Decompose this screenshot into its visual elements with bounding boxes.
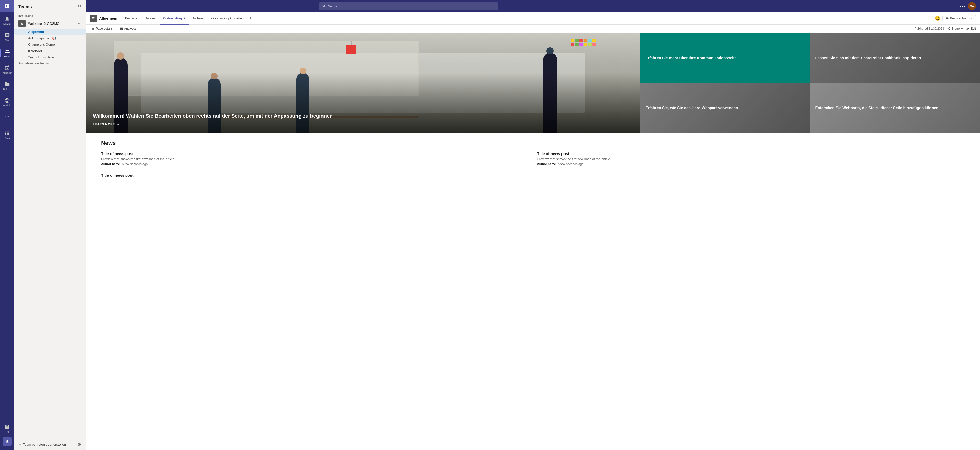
hero-tile-bottom-right[interactable]: Entdecken Sie Webparts, die Sie zu diese… [810,83,980,132]
settings-icon [91,27,95,30]
teams-panel-footer: + Team beitreten oder erstellen ⚙ [14,439,86,450]
hero-tile-top-left-text: Erfahren Sie mehr über Ihre Kommunikatio… [645,55,737,60]
team-welcome-cosmo[interactable]: W Welcome @ COSMO ··· [14,18,86,29]
sidebar-item-activity-label: Aktivität [3,22,11,25]
hero-tile-top-left[interactable]: Erfahren Sie mehr über Ihre Kommunikatio… [640,33,810,83]
video-icon [945,17,949,20]
chevron-down-icon: ▼ [183,17,186,20]
besprechung-button[interactable]: Besprechung ▼ [942,15,976,21]
filter-icon[interactable]: ☷ [77,4,81,10]
channel-ankuendigungen[interactable]: Ankündigungen 📢 [14,35,86,41]
learn-more-label: LEARN MORE [93,122,115,126]
tab-onboarding-aufgaben[interactable]: Onboarding Aufgaben [208,12,247,24]
sidebar-item-admin-label: Admini... [3,104,11,107]
content-section: News Title of news post Preview that sho… [86,132,980,450]
page-details-button[interactable]: Page details [90,26,114,31]
news-item-2-author: Author name A few seconds ago [537,162,965,166]
analytics-button[interactable]: Analytics [118,26,138,31]
channel-header-right: 😀 Besprechung ▼ [935,15,976,21]
sidebar-item-calendar-label: Kalender [3,72,12,74]
join-team-label: Team beitreten oder erstellen [23,443,66,447]
channel-champions-corner[interactable]: Champions Corner [14,41,86,48]
teams-panel-body: Ihre Teams W Welcome @ COSMO ··· Allgeme… [14,12,86,439]
channel-avatar: W [90,15,97,22]
share-button[interactable]: Share ▼ [947,27,963,30]
teams-panel-header: Teams ☷ [14,0,86,12]
news-item-3[interactable]: Title of news post [101,173,965,178]
sidebar-item-admin[interactable]: Admini... [0,94,14,110]
teams-panel: Teams ☷ Ihre Teams W Welcome @ COSMO ···… [14,0,86,450]
share-icon [947,27,950,30]
emoji-reaction-icon[interactable]: 😀 [935,16,940,21]
settings-icon[interactable]: ⚙ [77,442,81,447]
news-item-1-title: Title of news post [101,151,529,156]
channel-tabs: Beiträge Dateien Onboarding ▼ Notizen On… [121,12,935,24]
team-avatar: W [18,20,25,27]
edit-icon [966,27,969,30]
sidebar-item-files[interactable]: Dateien [0,78,14,94]
hidden-teams-label[interactable]: Ausgeblendete Teams [14,60,86,66]
tab-onboarding[interactable]: Onboarding ▼ [159,12,189,24]
edit-button[interactable]: Edit [966,27,976,30]
main-content: ··· MA W Allgemein Beiträge Dateien Onbo… [86,0,980,450]
share-label: Share [951,27,959,30]
besprechung-label: Besprechung [950,16,969,20]
team-more-icon[interactable]: ··· [78,21,81,26]
topbar: ··· MA [86,0,980,12]
sidebar-item-more-label: ··· [6,121,8,123]
news-section-title: News [101,140,965,146]
news-item-3-title: Title of news post [101,173,965,178]
hero-tile-top-right-text: Lassen Sie sich mit dem SharePoint Lookb… [815,55,921,60]
channel-allgemein[interactable]: Allgemein [14,29,86,35]
channel-title: Allgemein [99,16,118,21]
sidebar-item-chat[interactable]: Chat [0,29,14,45]
search-input[interactable] [328,4,495,8]
sub-header-right: Published 11/30/2023 Share ▼ Edit [915,27,976,30]
hero-main-text: Willkommen! Wählen Sie Bearbeiten oben r… [93,113,633,126]
tab-dateien[interactable]: Dateien [141,12,159,24]
sidebar-item-calendar[interactable]: Kalender [0,61,14,78]
app-logo [0,0,14,12]
sidebar-item-activity[interactable]: Aktivität [0,12,14,29]
tab-add-icon[interactable]: + [247,16,254,21]
learn-more-button[interactable]: LEARN MORE → [93,122,119,126]
team-name: Welcome @ COSMO [28,22,76,25]
join-team-button[interactable]: + Team beitreten oder erstellen [18,442,75,447]
search-bar[interactable] [319,2,498,10]
channel-team-formulare[interactable]: Team Formulare [14,54,86,60]
tab-beitraege[interactable]: Beiträge [121,12,141,24]
download-button[interactable] [3,437,12,446]
user-avatar[interactable]: MA [968,2,976,10]
hero-tile-bottom-right-text: Entdecken Sie Webparts, die Sie zu diese… [815,105,939,110]
topbar-right: ··· MA [960,2,976,10]
channel-kalender[interactable]: Kalender [14,48,86,54]
page-details-label: Page details [96,27,113,30]
edit-label: Edit [970,27,976,30]
channel-header: W Allgemein Beiträge Dateien Onboarding … [86,12,980,24]
sidebar-item-help[interactable]: Hilfe [0,420,14,437]
tab-notizen[interactable]: Notizen [189,12,208,24]
hero-tile-top-right[interactable]: Lassen Sie sich mit dem SharePoint Lookb… [810,33,980,83]
sidebar-item-files-label: Dateien [3,88,11,91]
news-grid: Title of news post Preview that shows th… [101,151,965,166]
news-item-1-preview: Preview that shows the first few lines o… [101,157,529,161]
news-item-2-title: Title of news post [537,151,965,156]
sidebar-item-teams[interactable]: Teams [0,45,14,61]
sidebar-item-chat-label: Chat [5,39,10,41]
hero-tile-bottom-left[interactable]: Erfahren Sie, wie Sie das Hero-Webpart v… [640,83,810,132]
sidebar-item-apps[interactable]: Apps [0,127,14,143]
red-lamp [346,45,356,54]
news-item-2[interactable]: Title of news post Preview that shows th… [537,151,965,166]
join-team-icon: + [18,442,21,447]
analytics-label: Analytics [124,27,136,30]
hero-main[interactable]: Willkommen! Wählen Sie Bearbeiten oben r… [86,33,640,132]
teams-panel-title: Teams [18,4,32,10]
sticky-notes [571,39,596,46]
sidebar-item-more[interactable]: ··· [0,110,14,127]
hero-side-grid: Erfahren Sie mehr über Ihre Kommunikatio… [640,33,980,132]
topbar-more-icon[interactable]: ··· [960,3,966,9]
sidebar-item-teams-label: Teams [4,55,11,58]
sub-header: Page details Analytics Published 11/30/2… [86,24,980,33]
news-item-1[interactable]: Title of news post Preview that shows th… [101,151,529,166]
your-teams-label: Ihre Teams [14,12,86,18]
